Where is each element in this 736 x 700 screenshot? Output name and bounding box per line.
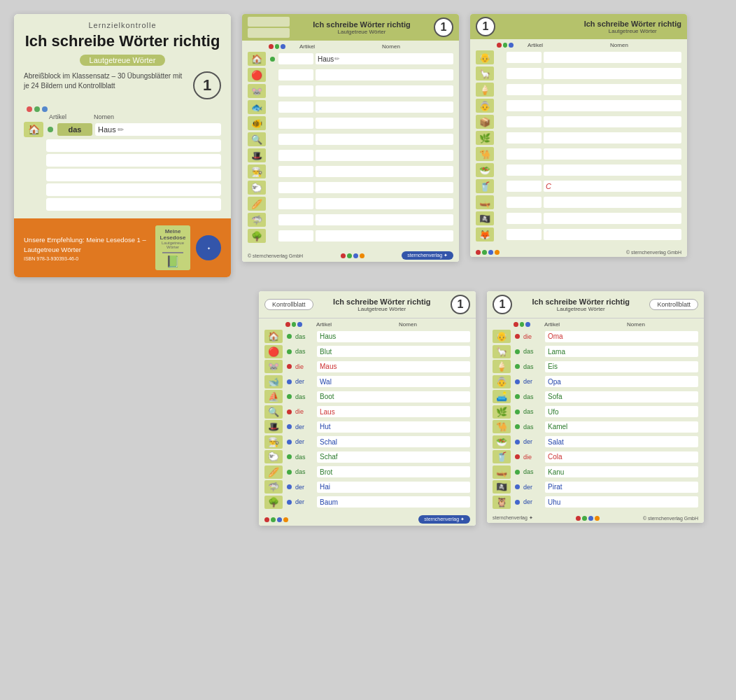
cover-line-3: [46, 169, 221, 181]
ws1-footer: © sternchenverlag GmbH sternchenverlag ✦: [242, 249, 459, 262]
ws1-icon-1: 🏠: [248, 52, 266, 66]
dot-green: [34, 106, 40, 112]
kb1-row-2: 🔴 das Blut: [264, 345, 470, 358]
kb2-col-row: Artikel Nomen: [493, 321, 698, 328]
ws1-artikel-1: [278, 53, 313, 64]
cover-bottom-orange: Unsere Empfehlung: Meine Lesedose 1 – La…: [14, 218, 231, 277]
kb1-row-9: 🐑 das Schaf: [264, 450, 470, 463]
cover-desc-row: Abreißblock im Klassensatz – 30 Übungsbl…: [24, 71, 221, 99]
ws2-body: Artikel Nomen 👴 🦙 🍦: [470, 39, 687, 248]
ws2-row-6: 🌿: [476, 131, 681, 145]
ws1-col-row: Artikel Nomen: [248, 43, 453, 50]
kb1-pill: Kontrollblatt: [264, 299, 313, 310]
cover-subtitle: Lautgetreue Wörter: [80, 55, 166, 66]
kb1-row-6: 🔍 die Laus: [264, 405, 470, 419]
ws1-body: Artikel Nomen 🏠 Haus ✏ 🔴: [242, 41, 459, 249]
kb2-row-2: 🦙 das Lama: [493, 345, 698, 358]
worksheet-1: Ich schreibe Wörter richtig Lautgetreue …: [242, 14, 459, 262]
hd-dot-red: [269, 44, 274, 49]
ws1-row-12: 🌳: [248, 229, 453, 243]
ws1-nomen-1: Haus ✏: [316, 53, 453, 64]
ws2-row-8: 🥗: [476, 163, 681, 177]
cover-col-headers: Artikel Nomen: [49, 113, 221, 120]
ws2-row-11: 🏴‍☠️: [476, 211, 681, 225]
ws2-row-3: 🍦: [476, 83, 681, 97]
kb2-row-11: 🏴‍☠️ der Pirat: [493, 480, 698, 493]
kb2-circle: 1: [493, 295, 512, 314]
cover-bottom-text: Unsere Empfehlung: Meine Lesedose 1 – La…: [24, 235, 150, 262]
ws2-row-2: 🦙: [476, 66, 681, 80]
cover-number: 1: [193, 71, 221, 99]
kb1-footer: sternchenverlag ✦: [259, 513, 476, 526]
worksheet-2: 1 Ich schreibe Wörter richtig Lautgetreu…: [470, 14, 687, 257]
cover-table-area: Artikel Nomen 🏠 das Haus ✏: [14, 104, 231, 218]
bottom-row: Kontrollblatt Ich schreibe Wörter richti…: [259, 291, 722, 526]
ws2-row-7: 🐪: [476, 147, 681, 161]
dot-red: [27, 106, 32, 112]
hd-dot-green: [275, 44, 280, 49]
cover-title: Ich schreibe Wörter richtig: [24, 32, 221, 50]
kb1-col-row: Artikel Nomen: [264, 321, 470, 328]
sofa-label: Sofa: [548, 393, 562, 400]
kb2-col-dots: [514, 322, 530, 327]
kb2-body: Artikel Nomen 👴 die Oma 🦙 das Lama 🍦: [487, 318, 704, 513]
ws1-row-10: 🥖: [248, 197, 453, 211]
kb2-row-5: 🛋️ das Sofa: [493, 390, 698, 403]
kb2-row-3: 🍦 das Eis: [493, 360, 698, 373]
cover-artikel: das: [57, 123, 92, 136]
ws1-row-11: 🦈: [248, 213, 453, 227]
kb1-body: Artikel Nomen 🏠 das Haus 🔴 das Blut 🐭: [259, 318, 476, 513]
kontrollblatt-1: Kontrollblatt Ich schreibe Wörter richti…: [259, 291, 476, 526]
ws1-row-4: 🐟: [248, 100, 453, 114]
ws1-name-field: [248, 17, 290, 27]
ws1-row-7: 🎩: [248, 148, 453, 162]
ws1-row-6: 🔍: [248, 132, 453, 146]
ws2-col-dots: [497, 43, 514, 48]
ws1-header: Ich schreibe Wörter richtig Lautgetreue …: [242, 14, 459, 41]
kb1-row-1: 🏠 das Haus: [264, 330, 470, 343]
cover-dot-col: [46, 127, 55, 132]
kb2-row-6: 🌿 das Ufo: [493, 405, 698, 419]
cover-dot-green: [48, 127, 53, 132]
cover-lernziel: Lernzielkontrolle: [24, 21, 221, 29]
cover-line-2: [46, 154, 221, 167]
ws2-row-10: 🛶: [476, 195, 681, 209]
kb2-footer-dots: [576, 516, 600, 521]
ws1-row-9: 🐑: [248, 181, 453, 195]
kb1-row-12: 🌳 der Baum: [264, 496, 470, 509]
ws2-header-center: Ich schreibe Wörter richtig Lautgetreue …: [584, 20, 681, 34]
ws1-row-5: 🐠: [248, 116, 453, 130]
ws1-col-dots: [269, 44, 285, 49]
ws1-class-field: [248, 28, 290, 38]
kb1-circle: 1: [451, 295, 470, 314]
cover-card: Lernzielkontrolle Ich schreibe Wörter ri…: [14, 14, 231, 277]
ws2-row-4: 👵: [476, 99, 681, 113]
kb2-row-4: 👵 der Opa: [493, 375, 698, 388]
kontrollblatt-2: 1 Ich schreibe Wörter richtig Lautgetreu…: [487, 291, 704, 523]
ws1-header-center: Ich schreibe Wörter richtig Lautgetreue …: [313, 20, 410, 35]
ws1-header-left: [248, 17, 290, 38]
ws1-circle: 1: [434, 18, 453, 37]
kb1-header-center: Ich schreibe Wörter richtig Lautgetreue …: [333, 298, 430, 312]
ws1-dot-1: [268, 57, 276, 62]
hd-dot-blue: [281, 44, 285, 49]
cover-line-5: [46, 198, 221, 211]
ws2-col-row: Artikel Nomen: [476, 42, 681, 48]
kb2-row-7: 🐪 das Kamel: [493, 420, 698, 433]
ws2-header: 1 Ich schreibe Wörter richtig Lautgetreu…: [470, 14, 687, 39]
ws1-footer-badge: sternchenverlag ✦: [402, 251, 453, 260]
kb2-row-8: 🥗 der Salat: [493, 435, 698, 449]
ws2-footer: © sternchenverlag GmbH: [470, 248, 687, 257]
col-artikel-label: Artikel: [49, 113, 91, 120]
cover-book-thumb: Meine Lesedose Lautgetreue Wörter 📗: [155, 225, 190, 270]
kb2-row-1: 👴 die Oma: [493, 330, 698, 343]
ws1-row-2: 🔴: [248, 68, 453, 82]
kb1-col-dots: [285, 322, 302, 327]
ws1-row-3: 🐭: [248, 84, 453, 98]
kb1-row-7: 🎩 der Hut: [264, 420, 470, 433]
kb2-row-9: 🥤 die Cola: [493, 450, 698, 463]
ws2-circle: 1: [476, 17, 495, 36]
ws2-row-5: 📦: [476, 115, 681, 129]
ws2-row-9: 🥤 C: [476, 179, 681, 193]
kb1-row-8: 👨‍🍳 der Schal: [264, 435, 470, 449]
